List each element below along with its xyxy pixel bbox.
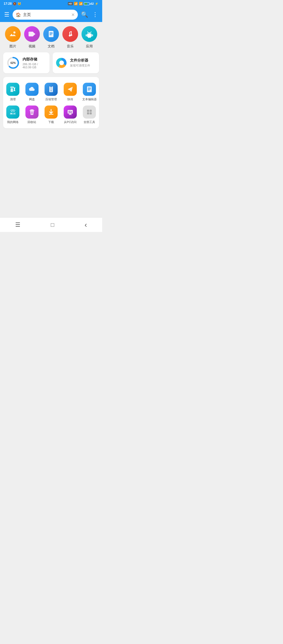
svg-rect-41 <box>32 112 32 114</box>
more-tools-icon <box>83 106 96 119</box>
home-chip-icon: 🏠 <box>16 12 21 17</box>
zip-label: 压缩管理 <box>45 97 57 101</box>
svg-rect-47 <box>69 114 71 114</box>
svg-rect-30 <box>51 90 52 90</box>
file-analyzer-card[interactable]: 文件分析器 发现可清理文件 <box>53 52 99 73</box>
tools-card: 清理 网盘 <box>3 77 99 128</box>
tool-download[interactable]: 下载 <box>41 103 61 126</box>
svg-rect-18 <box>92 34 93 36</box>
tool-network[interactable]: 我的网络 <box>3 103 22 126</box>
pc-icon <box>64 106 77 119</box>
trash-label: 回收站 <box>28 120 36 124</box>
apps-label: 应用 <box>86 44 93 49</box>
charging-icon: ⚡ <box>95 2 99 5</box>
search-button[interactable]: 🔍 <box>81 11 88 18</box>
svg-rect-1 <box>29 32 33 36</box>
svg-point-14 <box>90 33 90 34</box>
video-label: 视频 <box>29 44 35 49</box>
svg-point-9 <box>70 34 72 36</box>
nav-menu-button[interactable]: ☰ <box>15 221 20 228</box>
battery-percent: 62 <box>91 2 94 5</box>
tool-pc[interactable]: 从PC访问 <box>61 103 80 126</box>
mute-icon: 🔕 <box>13 2 17 5</box>
svg-rect-42 <box>31 112 31 114</box>
svg-line-15 <box>88 32 88 32</box>
analyzer-subtitle: 发现可清理文件 <box>70 64 90 68</box>
svg-rect-35 <box>88 90 90 90</box>
category-apps[interactable]: 应用 <box>81 26 97 49</box>
svg-rect-51 <box>87 112 89 114</box>
nav-home-button[interactable]: □ <box>51 221 54 228</box>
svg-point-23 <box>59 60 64 65</box>
svg-point-31 <box>51 90 52 91</box>
svg-rect-46 <box>68 111 72 113</box>
svg-rect-6 <box>50 34 53 34</box>
storage-row: 62% 内部存储 286.35 GB / 463.99 GB 文件分析器 发现可… <box>3 52 99 73</box>
svg-rect-28 <box>51 88 52 88</box>
svg-line-16 <box>91 32 91 32</box>
svg-rect-50 <box>90 110 92 112</box>
status-bar: 17:28 🔕 😺 HD 📶 📶 62 ⚡ <box>0 0 102 7</box>
docs-icon <box>43 26 59 42</box>
apps-icon <box>81 26 97 42</box>
pc-label: 从PC访问 <box>64 120 77 124</box>
svg-rect-17 <box>86 34 87 36</box>
photos-icon <box>5 26 21 42</box>
svg-rect-3 <box>29 33 30 33</box>
tool-clean[interactable]: 清理 <box>3 81 22 103</box>
svg-rect-40 <box>30 110 34 111</box>
editor-label: 文本编辑器 <box>82 97 97 101</box>
pie-chart <box>56 57 67 69</box>
storage-percent: 62% <box>10 62 16 64</box>
download-icon <box>45 106 58 119</box>
internal-storage-card[interactable]: 62% 内部存储 286.35 GB / 463.99 GB <box>3 52 50 73</box>
svg-point-13 <box>88 33 89 34</box>
tool-transfer[interactable]: 快传 <box>61 81 80 103</box>
svg-rect-27 <box>51 87 52 88</box>
svg-point-12 <box>88 32 91 35</box>
more-button[interactable]: ⋮ <box>92 11 98 18</box>
svg-rect-39 <box>30 109 34 110</box>
category-row: 图片 视频 文档 <box>3 26 99 49</box>
svg-rect-43 <box>32 112 33 114</box>
internal-storage-subtitle: 286.35 GB / 463.99 GB <box>23 63 46 69</box>
home-chip-label: 主页 <box>23 12 69 17</box>
tool-more[interactable]: 全部工具 <box>80 103 99 126</box>
docs-label: 文档 <box>48 44 55 49</box>
svg-rect-33 <box>88 88 91 88</box>
svg-point-0 <box>13 31 15 34</box>
home-chip[interactable]: 🏠 主页 ✕ <box>13 10 78 20</box>
category-music[interactable]: 音乐 <box>62 26 78 49</box>
nav-back-button[interactable]: ‹ <box>85 221 87 229</box>
nav-bar: ☰ □ ‹ <box>0 217 102 232</box>
zip-icon <box>45 83 58 96</box>
network-label: 我的网络 <box>7 120 19 124</box>
wifi-icon: 📶 <box>79 2 83 5</box>
tool-cloud[interactable]: 网盘 <box>22 81 41 103</box>
clean-icon <box>6 83 19 96</box>
analyzer-title: 文件分析器 <box>70 58 90 63</box>
clean-label: 清理 <box>10 97 16 101</box>
svg-point-8 <box>69 35 71 37</box>
tool-trash[interactable]: 回收站 <box>22 103 41 126</box>
category-photos[interactable]: 图片 <box>5 26 21 49</box>
svg-rect-37 <box>10 113 12 114</box>
tool-editor[interactable]: 文本编辑器 <box>80 81 99 103</box>
category-video[interactable]: 视频 <box>24 26 40 49</box>
time-display: 17:28 <box>4 2 12 5</box>
menu-button[interactable]: ☰ <box>4 12 9 18</box>
category-docs[interactable]: 文档 <box>43 26 59 49</box>
status-left: 17:28 🔕 😺 <box>4 2 21 5</box>
battery-fill <box>84 3 87 5</box>
video-icon <box>24 26 40 42</box>
home-chip-close[interactable]: ✕ <box>71 12 75 17</box>
svg-rect-34 <box>88 89 91 89</box>
svg-rect-24 <box>10 87 14 88</box>
svg-rect-20 <box>90 36 91 38</box>
trash-icon <box>25 106 39 119</box>
status-right: HD 📶 📶 62 ⚡ <box>68 2 99 5</box>
tool-zip[interactable]: 压缩管理 <box>41 81 61 103</box>
svg-rect-52 <box>90 112 92 114</box>
music-label: 音乐 <box>67 44 74 49</box>
cloud-label: 网盘 <box>29 97 35 101</box>
